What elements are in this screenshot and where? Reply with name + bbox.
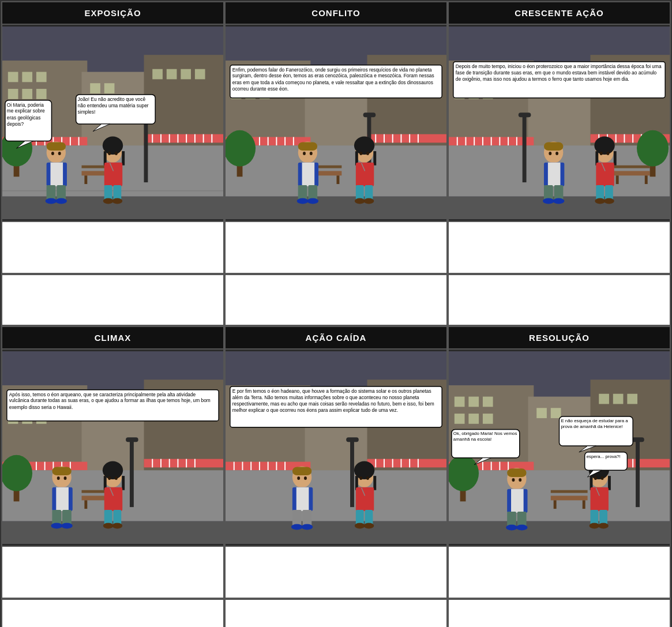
svg-point-55: [46, 198, 57, 204]
svg-rect-171: [616, 175, 619, 184]
svg-rect-48: [47, 142, 66, 151]
scene-climax: Após isso, temos o éon arqueano, que se …: [2, 350, 223, 546]
cell-climax: CLIMAX: [1, 326, 224, 599]
svg-point-320: [364, 523, 374, 529]
svg-rect-304: [296, 487, 309, 511]
cell-conflito: CONFLITO: [224, 1, 448, 274]
scene-acao-caida: E por fim temos o éon hadeano, que houve…: [226, 350, 446, 546]
text-resolucao: [449, 546, 670, 598]
cell-acao-caida: AÇÃO CAÍDA: [224, 326, 448, 599]
svg-rect-127: [373, 151, 376, 166]
svg-point-313: [359, 476, 362, 480]
cell-resolucao: RESOLUÇÃO: [448, 326, 671, 599]
svg-point-177: [637, 130, 669, 167]
svg-rect-358: [632, 437, 644, 442]
svg-rect-238: [130, 439, 134, 507]
svg-rect-331: [483, 414, 493, 424]
svg-rect-52: [50, 163, 63, 186]
cell-crescente-acao: CRESCENTE AÇÃO: [448, 1, 671, 274]
svg-point-319: [355, 523, 365, 529]
svg-rect-330: [468, 414, 479, 424]
svg-point-369: [506, 525, 517, 531]
svg-rect-115: [298, 142, 317, 151]
svg-rect-14: [181, 69, 191, 80]
header-climax: CLIMAX: [2, 327, 223, 350]
empty-cell-2: [224, 274, 448, 326]
svg-rect-175: [519, 112, 531, 117]
svg-rect-179: [544, 142, 563, 151]
svg-point-381: [590, 523, 600, 529]
svg-point-187: [553, 198, 565, 204]
empty-bottom-2: [224, 599, 448, 627]
svg-rect-296: [226, 521, 446, 544]
header-conflito: CONFLITO: [226, 2, 446, 25]
svg-rect-335: [613, 394, 624, 404]
svg-rect-362: [507, 468, 526, 477]
svg-rect-315: [356, 487, 374, 511]
svg-rect-356: [551, 490, 588, 493]
svg-point-122: [297, 198, 309, 204]
svg-point-262: [103, 523, 114, 529]
svg-rect-225: [144, 459, 223, 468]
svg-point-186: [543, 198, 554, 204]
svg-point-192: [600, 152, 603, 155]
svg-rect-334: [599, 394, 609, 404]
svg-rect-377: [591, 487, 609, 511]
svg-rect-6: [36, 72, 47, 82]
svg-rect-173: [613, 166, 650, 168]
svg-rect-298: [346, 437, 359, 442]
svg-rect-9: [36, 89, 47, 99]
header-exposicao: EXPOSIÇÃO: [2, 2, 223, 25]
svg-point-199: [604, 198, 614, 204]
svg-point-181: [555, 152, 558, 155]
scene-crescente-acao: Depois de muito tempo, iniciou o éon pro…: [449, 25, 670, 221]
svg-point-307: [291, 524, 303, 530]
svg-rect-41: [84, 175, 87, 184]
svg-rect-11: [104, 83, 115, 93]
svg-rect-13: [167, 69, 177, 80]
svg-point-129: [366, 152, 369, 155]
svg-point-363: [512, 478, 515, 482]
svg-rect-297: [350, 439, 354, 507]
svg-rect-332: [536, 408, 547, 418]
svg-point-180: [549, 152, 551, 155]
svg-point-308: [302, 524, 313, 530]
svg-rect-111: [363, 112, 376, 117]
svg-point-117: [310, 152, 313, 155]
svg-rect-243: [52, 467, 71, 475]
svg-rect-12: [152, 69, 163, 80]
scene-conflito: Enfim, podemos falar do Fanerozóico, ond…: [226, 25, 446, 221]
svg-point-314: [366, 476, 369, 480]
svg-rect-295: [226, 470, 446, 521]
comic-grid: EXPOSIÇÃO: [0, 0, 672, 627]
svg-rect-183: [548, 163, 561, 186]
svg-point-302: [304, 476, 307, 480]
svg-rect-336: [627, 394, 637, 404]
header-crescente-acao: CRESCENTE AÇÃO: [449, 2, 670, 25]
svg-point-382: [598, 523, 609, 529]
svg-point-257: [115, 476, 118, 480]
scene-resolucao: Ok, obrigado Maria! Nos vemos amanhã na …: [449, 350, 670, 546]
svg-rect-7: [8, 89, 18, 99]
svg-point-244: [57, 476, 60, 480]
svg-point-251: [61, 523, 73, 529]
svg-rect-312: [373, 476, 376, 490]
svg-point-193: [607, 152, 610, 155]
svg-point-61: [108, 152, 111, 155]
svg-rect-300: [292, 467, 311, 475]
svg-rect-97: [367, 134, 446, 143]
svg-rect-352: [449, 521, 670, 544]
svg-rect-327: [468, 397, 479, 407]
svg-rect-10: [90, 83, 100, 93]
svg-rect-333: [551, 408, 561, 418]
svg-point-370: [516, 525, 528, 531]
cell-exposicao: EXPOSIÇÃO: [1, 1, 224, 274]
svg-point-301: [297, 476, 300, 480]
text-conflito: [226, 221, 446, 273]
svg-point-56: [55, 198, 67, 204]
svg-rect-357: [636, 439, 640, 507]
svg-point-128: [359, 152, 362, 155]
svg-point-50: [58, 152, 61, 155]
empty-bottom-3: [448, 599, 671, 627]
svg-point-123: [307, 198, 318, 204]
